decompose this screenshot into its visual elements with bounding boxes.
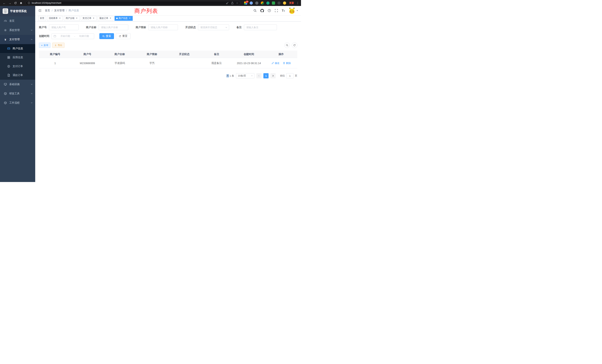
- page-size-select[interactable]: 10条/页: [236, 73, 255, 78]
- sidebar-item-system[interactable]: 系统管理: [0, 26, 35, 35]
- tab-close-icon[interactable]: ×: [129, 17, 131, 20]
- sidebar: 芋道管理系统 首页 系统管理 ¥ 支付管理: [0, 6, 35, 182]
- extension-icon-grid[interactable]: 10: [244, 1, 247, 5]
- site-info-icon[interactable]: [28, 2, 30, 4]
- grid-icon: [7, 56, 10, 59]
- breadcrumb-payment[interactable]: 支付管理: [54, 9, 64, 12]
- tags-view-bar: 首页 流程表单 × 用户分组 × 支付订单 × 退款订单 ×: [35, 15, 301, 21]
- refresh-table-button[interactable]: [292, 43, 297, 48]
- sidebar-item-label: 基础设施: [9, 83, 20, 86]
- extension-icon-green-circle[interactable]: [266, 1, 269, 5]
- sidebar-item-payment[interactable]: ¥ 支付管理: [0, 35, 35, 44]
- url-bar[interactable]: localhost:1024/pay/merchant ☆: [26, 1, 240, 5]
- browser-home-icon[interactable]: [19, 1, 23, 5]
- short-name-label: 商户简称: [136, 26, 146, 29]
- extension-icon-smiley[interactable]: [283, 1, 286, 5]
- browser-reload-icon[interactable]: [13, 1, 18, 5]
- monitor-icon: [4, 83, 7, 86]
- table-row: 1 M233666999 芋道源码 芋艿 我是备注 2021-10-23 08:…: [39, 58, 297, 68]
- sidebar-item-merchant-info[interactable]: 商户信息: [0, 44, 35, 53]
- breadcrumb-separator: /: [66, 9, 67, 12]
- status-select[interactable]: 请选择开启状态: [198, 24, 229, 30]
- merchant-table: 商户编号 商户号 商户全称 商户简称 开启状态 备注 创建时间 操作 1 M23…: [39, 51, 297, 68]
- sidebar-item-home[interactable]: 首页: [0, 16, 35, 26]
- full-name-label: 商户全称: [86, 26, 96, 29]
- goto-page-input[interactable]: [286, 73, 294, 78]
- prev-page-button[interactable]: [256, 73, 261, 78]
- sidebar-item-label: 系统管理: [9, 29, 20, 32]
- github-icon[interactable]: [260, 9, 264, 12]
- extension-icon-gray-circle[interactable]: [255, 1, 258, 5]
- browser-forward-icon[interactable]: →: [7, 1, 12, 5]
- breadcrumb-home[interactable]: 首页: [45, 9, 50, 12]
- annotation-merchant-list: 商户列表: [134, 7, 158, 15]
- short-name-input[interactable]: [148, 24, 178, 30]
- dashboard-icon: [4, 20, 7, 22]
- merchant-no-input[interactable]: [49, 24, 79, 30]
- sidebar-item-pay-order[interactable]: 支付订单: [0, 62, 35, 71]
- credit-card-icon: [7, 47, 10, 50]
- sidebar-item-refund-order[interactable]: 退款订单: [0, 71, 35, 80]
- date-separator: -: [74, 35, 75, 38]
- table-toolbar: + 新增 导出: [39, 43, 297, 48]
- sidebar-item-label: 研发工具: [9, 92, 20, 95]
- full-name-input[interactable]: [99, 24, 128, 30]
- sidebar-item-workflow[interactable]: 工作流程: [0, 98, 35, 107]
- trash-icon: [283, 62, 285, 64]
- tab-process-form[interactable]: 流程表单 ×: [47, 16, 63, 21]
- breadcrumb-separator: /: [52, 9, 53, 12]
- tab-refund-order[interactable]: 退款订单 ×: [98, 16, 113, 21]
- delete-button[interactable]: 删除: [283, 62, 291, 65]
- search-icon: [102, 35, 105, 37]
- tab-close-icon[interactable]: ×: [92, 17, 95, 20]
- active-dot: [116, 18, 118, 19]
- tab-close-icon[interactable]: ×: [75, 17, 78, 20]
- toggle-search-button[interactable]: [284, 43, 290, 48]
- tab-user-group[interactable]: 用户分组 ×: [64, 16, 80, 21]
- tab-close-icon[interactable]: ×: [59, 17, 61, 20]
- tab-close-icon[interactable]: ×: [109, 17, 112, 20]
- browser-back-icon[interactable]: ←: [2, 1, 7, 5]
- sidebar-item-devtools[interactable]: 研发工具: [0, 89, 35, 98]
- share-icon[interactable]: [231, 2, 234, 4]
- tab-home[interactable]: 首页: [38, 16, 46, 21]
- pay-order-icon: [7, 65, 10, 68]
- cell-remark: 我是备注: [200, 62, 233, 65]
- tab-pay-order[interactable]: 支付订单 ×: [81, 16, 97, 21]
- sidebar-toggle-icon[interactable]: [38, 9, 42, 12]
- user-avatar-menu[interactable]: [289, 7, 298, 14]
- extension-icon-avatar[interactable]: [261, 1, 264, 5]
- browser-update-button[interactable]: 更新: [289, 1, 294, 5]
- cube-icon: [4, 92, 7, 95]
- reset-button[interactable]: 重置: [116, 33, 130, 39]
- search-button[interactable]: 搜索: [99, 33, 114, 39]
- chevron-down-icon: [251, 75, 253, 77]
- tab-merchant-info[interactable]: 商户信息 ×: [115, 16, 133, 21]
- status-label: 开启状态: [185, 26, 196, 29]
- create-time-range-picker[interactable]: 开始日期 - 结束日期: [52, 33, 94, 39]
- app-logo[interactable]: 芋道管理系统: [0, 6, 35, 16]
- export-button[interactable]: 导出: [52, 43, 64, 48]
- chevron-down-icon: [297, 10, 298, 11]
- refresh-icon: [119, 35, 121, 37]
- font-size-icon[interactable]: TT: [282, 9, 285, 12]
- add-button[interactable]: + 新增: [39, 43, 50, 48]
- bookmark-star-icon[interactable]: ☆: [236, 1, 238, 4]
- extension-icon-blue-pin[interactable]: [250, 1, 253, 5]
- edit-button[interactable]: 修改: [271, 62, 280, 65]
- extension-icon-green-notes[interactable]: [272, 1, 275, 5]
- help-icon[interactable]: [268, 9, 271, 12]
- sidebar-item-infra[interactable]: 基础设施: [0, 80, 35, 89]
- remark-input[interactable]: [244, 24, 277, 30]
- next-page-button[interactable]: [270, 73, 276, 78]
- pagination-total: 共 1 条: [226, 74, 234, 77]
- password-key-icon[interactable]: [226, 2, 229, 4]
- extension-icon-pinwheel[interactable]: [278, 1, 281, 5]
- sidebar-item-label: 支付订单: [13, 65, 23, 68]
- browser-menu-icon[interactable]: ⋮: [296, 1, 299, 5]
- fullscreen-icon[interactable]: [275, 9, 278, 12]
- page-number-1[interactable]: 1: [263, 73, 269, 78]
- sidebar-item-app-info[interactable]: 应用信息: [0, 53, 35, 62]
- search-icon[interactable]: [253, 9, 257, 12]
- chevron-down-icon: [31, 93, 33, 95]
